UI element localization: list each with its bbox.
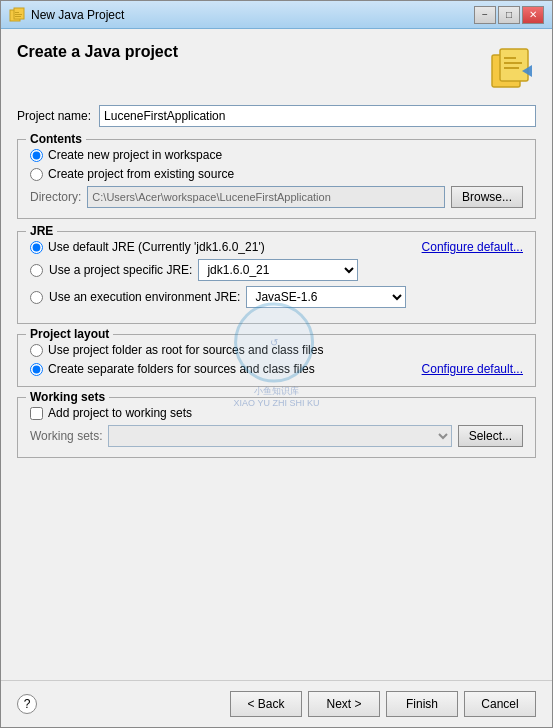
select-button[interactable]: Select...: [458, 425, 523, 447]
project-layout-section: Project layout Use project folder as roo…: [17, 334, 536, 387]
directory-input[interactable]: [87, 186, 445, 208]
svg-rect-3: [15, 14, 22, 15]
minimize-button[interactable]: −: [474, 6, 496, 24]
working-sets-select-row: Working sets: Select...: [30, 425, 523, 447]
svg-rect-6: [500, 49, 528, 81]
working-sets-label: Working sets: [26, 390, 109, 404]
back-button[interactable]: < Back: [230, 691, 302, 717]
jre-specific-select[interactable]: jdk1.6.0_21: [198, 259, 358, 281]
jre-section: JRE Use default JRE (Currently 'jdk1.6.0…: [17, 231, 536, 324]
directory-row: Directory: Browse...: [30, 186, 523, 208]
contents-section: Contents Create new project in workspace…: [17, 139, 536, 219]
working-sets-section: Working sets Add project to working sets…: [17, 397, 536, 458]
contents-option1-label[interactable]: Create new project in workspace: [48, 148, 222, 162]
jre-label: JRE: [26, 224, 57, 238]
project-name-input[interactable]: [99, 105, 536, 127]
window-controls: − □ ✕: [474, 6, 544, 24]
layout-option2-label[interactable]: Create separate folders for sources and …: [48, 362, 315, 376]
page-header: Create a Java project: [17, 43, 536, 91]
working-sets-checkbox-row: Add project to working sets: [30, 406, 523, 420]
window-icon: [9, 7, 25, 23]
title-bar: New Java Project − □ ✕: [1, 1, 552, 29]
svg-rect-2: [15, 12, 19, 13]
project-name-label: Project name:: [17, 109, 91, 123]
help-button[interactable]: ?: [17, 694, 37, 714]
close-button[interactable]: ✕: [522, 6, 544, 24]
contents-option2-row: Create project from existing source: [30, 167, 523, 181]
jre-env-select[interactable]: JavaSE-1.6: [246, 286, 406, 308]
jre-env-row: Use an execution environment JRE: JavaSE…: [30, 286, 523, 308]
jre-default-row: Use default JRE (Currently 'jdk1.6.0_21'…: [30, 240, 523, 254]
contents-option2-radio[interactable]: [30, 168, 43, 181]
svg-rect-9: [504, 67, 519, 69]
layout-configure-link[interactable]: Configure default...: [422, 362, 523, 376]
footer-left: ?: [17, 691, 224, 717]
svg-rect-8: [504, 62, 522, 64]
contents-option1-radio[interactable]: [30, 149, 43, 162]
main-body: ↺ 小鱼知识库XIAO YU ZHI SHI KU Create a Java …: [1, 29, 552, 680]
page-title: Create a Java project: [17, 43, 178, 61]
contents-option2-label[interactable]: Create project from existing source: [48, 167, 234, 181]
project-layout-label: Project layout: [26, 327, 113, 341]
svg-rect-4: [15, 16, 21, 17]
next-button[interactable]: Next >: [308, 691, 380, 717]
finish-button[interactable]: Finish: [386, 691, 458, 717]
contents-option1-row: Create new project in workspace: [30, 148, 523, 162]
window: New Java Project − □ ✕ ↺ 小鱼知识库XIAO YU ZH…: [0, 0, 553, 728]
cancel-button[interactable]: Cancel: [464, 691, 536, 717]
jre-specific-radio[interactable]: [30, 264, 43, 277]
jre-env-label[interactable]: Use an execution environment JRE:: [49, 290, 240, 304]
layout-option2-radio[interactable]: [30, 363, 43, 376]
svg-rect-1: [14, 8, 24, 19]
working-sets-checkbox[interactable]: [30, 407, 43, 420]
svg-rect-7: [504, 57, 516, 59]
layout-option1-label[interactable]: Use project folder as root for sources a…: [48, 343, 323, 357]
jre-default-label[interactable]: Use default JRE (Currently 'jdk1.6.0_21'…: [48, 240, 265, 254]
project-name-row: Project name:: [17, 105, 536, 127]
directory-label: Directory:: [30, 190, 81, 204]
jre-specific-label[interactable]: Use a project specific JRE:: [49, 263, 192, 277]
layout-option1-row: Use project folder as root for sources a…: [30, 343, 523, 357]
layout-option1-radio[interactable]: [30, 344, 43, 357]
footer-buttons: ? < Back Next > Finish Cancel: [1, 680, 552, 727]
maximize-button[interactable]: □: [498, 6, 520, 24]
jre-configure-link[interactable]: Configure default...: [422, 240, 523, 254]
java-project-icon: [488, 43, 536, 91]
window-title: New Java Project: [31, 8, 474, 22]
working-sets-select-label: Working sets:: [30, 429, 102, 443]
contents-label: Contents: [26, 132, 86, 146]
jre-specific-row: Use a project specific JRE: jdk1.6.0_21: [30, 259, 523, 281]
jre-env-radio[interactable]: [30, 291, 43, 304]
working-sets-checkbox-label[interactable]: Add project to working sets: [48, 406, 192, 420]
working-sets-select[interactable]: [108, 425, 451, 447]
layout-option2-row: Create separate folders for sources and …: [30, 362, 315, 376]
jre-default-radio[interactable]: [30, 241, 43, 254]
browse-button[interactable]: Browse...: [451, 186, 523, 208]
